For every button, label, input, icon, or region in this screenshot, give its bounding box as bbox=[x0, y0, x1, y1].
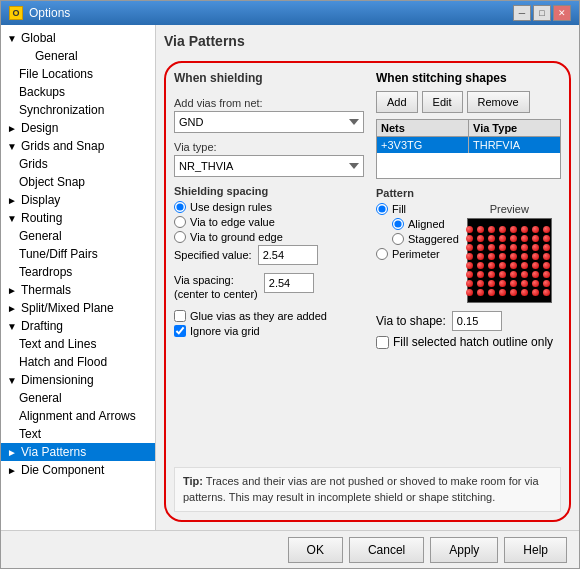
expand-icon: ► bbox=[5, 301, 19, 315]
options-window: O Options ─ □ ✕ ▼ Global General File Lo… bbox=[0, 0, 580, 569]
preview-label: Preview bbox=[490, 203, 529, 215]
radio-via-edge-input[interactable] bbox=[174, 216, 186, 228]
checkbox-ignore-grid[interactable]: Ignore via grid bbox=[174, 325, 364, 337]
radio-fill[interactable]: Fill bbox=[376, 203, 459, 215]
radio-label: Perimeter bbox=[392, 248, 440, 260]
sidebar-label: Text and Lines bbox=[19, 337, 96, 351]
sidebar-label: Routing bbox=[21, 211, 62, 225]
radio-perimeter-input[interactable] bbox=[376, 248, 388, 260]
glue-checkbox[interactable] bbox=[174, 310, 186, 322]
sidebar-label: Grids bbox=[19, 157, 48, 171]
sidebar-item-routing[interactable]: ▼ Routing bbox=[1, 209, 155, 227]
sidebar-item-object-snap[interactable]: Object Snap bbox=[1, 173, 155, 191]
via-spacing-sublabel: (center to center) bbox=[174, 287, 258, 301]
radio-aligned-input[interactable] bbox=[392, 218, 404, 230]
minimize-button[interactable]: ─ bbox=[513, 5, 531, 21]
sidebar-item-die-component[interactable]: ► Die Component bbox=[1, 461, 155, 479]
radio-use-design-rules[interactable]: Use design rules bbox=[174, 201, 364, 213]
sidebar-item-design[interactable]: ► Design bbox=[1, 119, 155, 137]
sidebar-item-global[interactable]: ▼ Global bbox=[1, 29, 155, 47]
sidebar-item-routing-general[interactable]: General bbox=[1, 227, 155, 245]
specified-value-input[interactable] bbox=[258, 245, 318, 265]
preview-container: Preview bbox=[467, 203, 552, 303]
sidebar-item-alignment-arrows[interactable]: Alignment and Arrows bbox=[1, 407, 155, 425]
shielding-title: When shielding bbox=[174, 71, 364, 85]
sidebar-label: Object Snap bbox=[19, 175, 85, 189]
sidebar-item-teardrops[interactable]: Teardrops bbox=[1, 263, 155, 281]
sidebar-item-dim-text[interactable]: Text bbox=[1, 425, 155, 443]
add-button[interactable]: Add bbox=[376, 91, 418, 113]
radio-via-ground-input[interactable] bbox=[174, 231, 186, 243]
apply-button[interactable]: Apply bbox=[430, 537, 498, 563]
sidebar-label: Hatch and Flood bbox=[19, 355, 107, 369]
ignore-grid-checkbox[interactable] bbox=[174, 325, 186, 337]
shielding-section: When shielding Add vias from net: GND Vi… bbox=[174, 71, 364, 459]
stitching-section: When stitching shapes Add Edit Remove Ne… bbox=[376, 71, 561, 179]
radio-staggered-input[interactable] bbox=[392, 233, 404, 245]
pattern-preview-row: Fill Aligned Staggered bbox=[376, 203, 561, 303]
via-patterns-box: When shielding Add vias from net: GND Vi… bbox=[164, 61, 571, 522]
specified-row: Specified value: bbox=[174, 245, 364, 265]
via-spacing-label: Via spacing: bbox=[174, 273, 258, 287]
sidebar-label: Drafting bbox=[21, 319, 63, 333]
maximize-button[interactable]: □ bbox=[533, 5, 551, 21]
checkbox-group: Glue vias as they are added Ignore via g… bbox=[174, 310, 364, 337]
nets-col-header: Nets bbox=[377, 120, 469, 136]
title-bar: O Options ─ □ ✕ bbox=[1, 1, 579, 25]
sidebar-item-via-patterns[interactable]: ► Via Patterns bbox=[1, 443, 155, 461]
radio-via-ground-edge[interactable]: Via to ground edge bbox=[174, 231, 364, 243]
radio-perimeter[interactable]: Perimeter bbox=[376, 248, 459, 260]
stitching-pattern-section: When stitching shapes Add Edit Remove Ne… bbox=[376, 71, 561, 459]
radio-label: Staggered bbox=[408, 233, 459, 245]
nets-row[interactable]: +3V3TG THRFVIA bbox=[377, 137, 560, 153]
checkbox-glue[interactable]: Glue vias as they are added bbox=[174, 310, 364, 322]
close-button[interactable]: ✕ bbox=[553, 5, 571, 21]
sidebar-item-grids-snap[interactable]: ▼ Grids and Snap bbox=[1, 137, 155, 155]
sidebar-item-backups[interactable]: Backups bbox=[1, 83, 155, 101]
sidebar-item-synchronization[interactable]: Synchronization bbox=[1, 101, 155, 119]
via-type-label: Via type: bbox=[174, 141, 364, 153]
via-type-col-header: Via Type bbox=[469, 120, 560, 136]
sidebar-item-hatch-flood[interactable]: Hatch and Flood bbox=[1, 353, 155, 371]
remove-button[interactable]: Remove bbox=[467, 91, 530, 113]
cancel-button[interactable]: Cancel bbox=[349, 537, 424, 563]
radio-label: Aligned bbox=[408, 218, 445, 230]
main-content: ▼ Global General File Locations Backups … bbox=[1, 25, 579, 530]
radio-via-edge-value[interactable]: Via to edge value bbox=[174, 216, 364, 228]
expand-icon: ▼ bbox=[5, 319, 19, 333]
stitching-header: Add Edit Remove bbox=[376, 91, 561, 113]
add-vias-group: Add vias from net: GND bbox=[174, 97, 364, 133]
radio-staggered[interactable]: Staggered bbox=[376, 233, 459, 245]
via-type-dropdown[interactable]: NR_THVIA bbox=[174, 155, 364, 177]
net-dropdown[interactable]: GND bbox=[174, 111, 364, 133]
edit-button[interactable]: Edit bbox=[422, 91, 463, 113]
title-bar-left: O Options bbox=[9, 6, 70, 20]
sidebar-item-file-locations[interactable]: File Locations bbox=[1, 65, 155, 83]
sidebar-item-split-mixed[interactable]: ► Split/Mixed Plane bbox=[1, 299, 155, 317]
sidebar-item-grids[interactable]: Grids bbox=[1, 155, 155, 173]
window-title: Options bbox=[29, 6, 70, 20]
net-value: +3V3TG bbox=[377, 137, 469, 153]
sidebar-item-display[interactable]: ► Display bbox=[1, 191, 155, 209]
sidebar-label: Dimensioning bbox=[21, 373, 94, 387]
expand-icon: ▼ bbox=[5, 373, 19, 387]
sidebar-item-tune-diff[interactable]: Tune/Diff Pairs bbox=[1, 245, 155, 263]
sidebar-item-thermals[interactable]: ► Thermals bbox=[1, 281, 155, 299]
sidebar-item-dim-general[interactable]: General bbox=[1, 389, 155, 407]
sidebar-item-text-lines[interactable]: Text and Lines bbox=[1, 335, 155, 353]
via-to-shape-input[interactable] bbox=[452, 311, 502, 331]
sidebar-item-dimensioning[interactable]: ▼ Dimensioning bbox=[1, 371, 155, 389]
radio-label: Fill bbox=[392, 203, 406, 215]
radio-aligned[interactable]: Aligned bbox=[376, 218, 459, 230]
sidebar-item-drafting[interactable]: ▼ Drafting bbox=[1, 317, 155, 335]
help-button[interactable]: Help bbox=[504, 537, 567, 563]
ok-button[interactable]: OK bbox=[288, 537, 343, 563]
expand-icon: ► bbox=[5, 463, 19, 477]
radio-use-design-rules-input[interactable] bbox=[174, 201, 186, 213]
sidebar-item-general[interactable]: General bbox=[1, 47, 155, 65]
radio-label: Use design rules bbox=[190, 201, 272, 213]
fill-outline-checkbox[interactable] bbox=[376, 336, 389, 349]
via-spacing-input[interactable] bbox=[264, 273, 314, 293]
radio-fill-input[interactable] bbox=[376, 203, 388, 215]
radio-label: Via to ground edge bbox=[190, 231, 283, 243]
